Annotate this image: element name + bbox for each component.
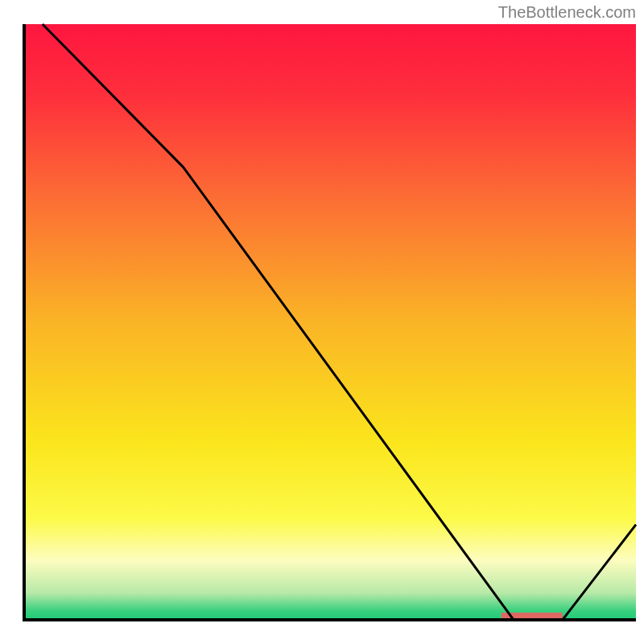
chart-container: TheBottleneck.com xyxy=(0,0,644,644)
attribution-label: TheBottleneck.com xyxy=(498,3,636,22)
plot-background xyxy=(24,24,636,620)
bottleneck-chart xyxy=(0,0,644,644)
